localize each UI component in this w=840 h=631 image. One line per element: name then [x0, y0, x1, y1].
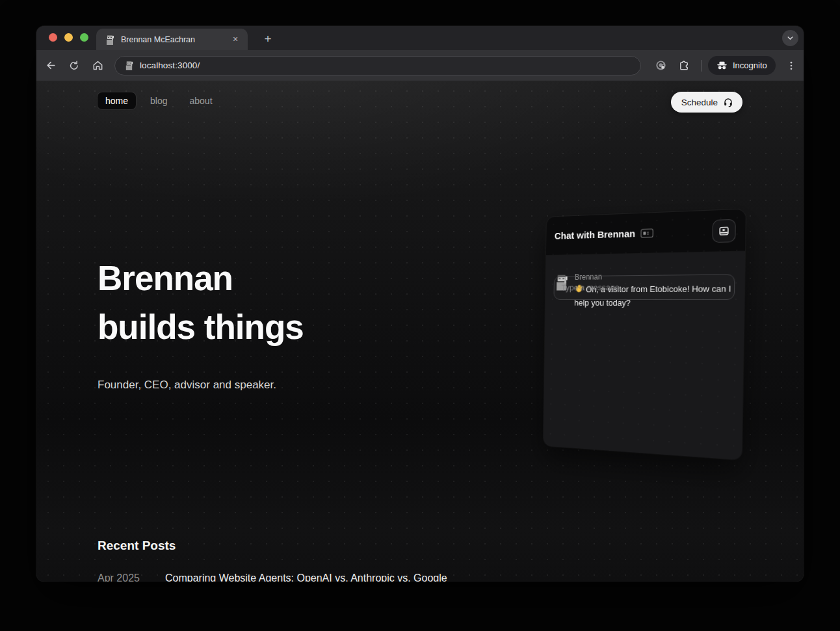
post-date: Apr 2025	[98, 572, 143, 582]
hero-section: Brennan builds things Founder, CEO, advi…	[98, 254, 304, 392]
site-nav: home blog about	[98, 92, 220, 109]
chat-widget: Chat with Brennan	[544, 209, 746, 460]
recent-posts-heading: Recent Posts	[98, 539, 742, 553]
chat-title: Chat with Brennan	[555, 228, 635, 241]
browser-toolbar: localhost:3000/	[36, 50, 804, 81]
chat-header: Chat with Brennan	[546, 209, 746, 256]
nav-item-about[interactable]: about	[182, 92, 220, 109]
close-window-button[interactable]	[49, 33, 57, 42]
incognito-spy-icon	[716, 60, 728, 71]
home-icon	[92, 59, 104, 72]
back-arrow-icon	[45, 59, 57, 72]
browser-menu-button[interactable]	[782, 57, 800, 75]
nav-item-blog[interactable]: blog	[142, 92, 175, 109]
nav-item-home[interactable]: home	[98, 92, 136, 109]
kebab-menu-icon	[785, 60, 797, 72]
chat-body: Brennan	[545, 252, 745, 311]
ai-badge-icon	[640, 228, 653, 238]
incognito-label: Incognito	[733, 60, 767, 70]
schedule-button[interactable]: Schedule	[671, 92, 742, 113]
pinned-extension-icon[interactable]	[651, 57, 670, 75]
post-title-link[interactable]: Comparing Website Agents: OpenAI vs. Ant…	[165, 572, 447, 582]
recent-posts-section: Recent Posts Apr 2025 Comparing Website …	[98, 539, 742, 582]
close-tab-icon[interactable]: ×	[230, 34, 241, 46]
minimize-window-button[interactable]	[64, 33, 73, 42]
page-content: home blog about Schedule Brennan builds …	[36, 81, 804, 582]
chat-window-button[interactable]	[712, 219, 735, 242]
refresh-icon	[68, 60, 80, 72]
hero-subtitle: Founder, CEO, advisor and speaker.	[98, 379, 304, 392]
toolbar-divider	[701, 60, 702, 72]
post-row[interactable]: Apr 2025 Comparing Website Agents: OpenA…	[98, 572, 742, 582]
chat-message-input[interactable]	[553, 274, 735, 300]
address-bar[interactable]: localhost:3000/	[114, 56, 641, 75]
new-tab-button[interactable]: +	[259, 30, 277, 48]
tab-title: Brennan McEachran	[121, 35, 230, 44]
chevron-down-icon	[786, 34, 794, 42]
headset-icon	[723, 97, 733, 107]
incognito-badge: Incognito	[708, 56, 776, 75]
refresh-button[interactable]	[65, 57, 83, 75]
hero-title-line2: builds things	[98, 302, 304, 351]
site-favicon-pixel-avatar-icon	[105, 34, 115, 45]
schedule-label: Schedule	[681, 98, 718, 107]
address-favicon-pixel-avatar-icon	[124, 60, 134, 70]
zoom-window-button[interactable]	[80, 33, 88, 42]
tab-search-button[interactable]	[782, 30, 798, 46]
window-controls	[49, 33, 88, 42]
home-button[interactable]	[88, 57, 107, 75]
extensions-icon[interactable]	[675, 57, 693, 75]
browser-window: Brennan McEachran × +	[36, 26, 804, 582]
browser-tab[interactable]: Brennan McEachran ×	[96, 29, 248, 50]
hero-title: Brennan builds things	[98, 254, 304, 351]
back-button[interactable]	[42, 57, 60, 75]
contact-card-icon	[718, 224, 730, 237]
desktop-background: Brennan McEachran × +	[0, 0, 840, 631]
url-text: localhost:3000/	[140, 60, 200, 70]
hero-title-line1: Brennan	[98, 254, 304, 302]
tab-strip: Brennan McEachran × +	[36, 26, 804, 50]
